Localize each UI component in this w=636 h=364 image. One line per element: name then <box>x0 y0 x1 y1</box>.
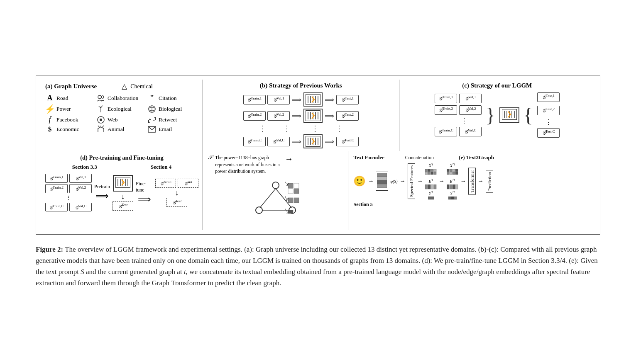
svg-rect-47 <box>288 189 293 194</box>
svg-rect-58 <box>377 173 387 177</box>
svg-rect-51 <box>288 198 293 203</box>
d-tilde-row: 𝒢̃Train 𝒢̃Val <box>155 179 198 188</box>
single-model-block <box>499 107 519 123</box>
model-b-c <box>303 134 323 148</box>
domain-citation: " Citation <box>147 93 198 103</box>
caption-text-2: and the current generated graph at <box>84 268 184 276</box>
svg-text:E: E <box>286 197 289 202</box>
d-row-c: 𝒢Train,C 𝒢Val,C <box>45 203 92 212</box>
bottom-panels: (d) Pre-training and Fine-tuning Section… <box>41 151 595 230</box>
citation-icon: " <box>147 93 157 103</box>
panel-d-title: (d) Pre-training and Fine-tuning <box>45 154 198 161</box>
retweet-label: Retweet <box>159 116 177 123</box>
d-g-val-2: 𝒢Val,2 <box>69 184 92 193</box>
svg-point-0 <box>98 95 101 99</box>
gc-val-1: 𝒢Val,1 <box>459 94 482 103</box>
web-label: Web <box>108 116 117 123</box>
e-pipeline: 🙂 → φ(S) → <box>353 163 590 200</box>
e-arr-2: → <box>400 178 406 184</box>
panel-b-row-1: 𝒢Train,1 𝒢Val,1 ⟹ <box>243 92 359 107</box>
page-container: (a) Graph Universe △ Chemical A Road <box>19 63 617 301</box>
d-g-stack-left: 𝒢Train,1 𝒢Val,1 𝒢Train,2 𝒢Val,2 ⋮ 𝒢Train… <box>45 174 92 211</box>
power-section: 𝒮 The power−1138−bus graph represents a … <box>208 154 343 174</box>
e-arr-4: → <box>439 178 445 184</box>
panel-b: (b) Strategy of Previous Works 𝒢Train,1 … <box>203 80 399 151</box>
d-right-section: 𝒢̃Train 𝒢̃Val ↓ 𝒢̃Test <box>155 179 198 206</box>
panel-d: (d) Pre-training and Fine-tuning Section… <box>41 151 203 230</box>
domain-grid: A Road Collaboration " Citation <box>45 93 198 133</box>
svg-rect-73 <box>434 184 436 189</box>
svg-rect-60 <box>377 180 387 184</box>
panel-c-rows: 𝒢Train,1 𝒢Val,1 𝒢Train,2 𝒢Val,2 ⋮ 𝒢Train… <box>435 94 482 136</box>
d-g-train-1: 𝒢Train,1 <box>45 174 68 183</box>
e-arr-6: → <box>478 178 484 184</box>
svg-rect-72 <box>431 184 433 189</box>
svg-rect-83 <box>447 184 449 189</box>
domain-email: Email <box>147 125 198 133</box>
d-g-tilde-val: 𝒢̃Val <box>178 179 198 188</box>
b-pair-c: 𝒢Train,C 𝒢Val,C <box>243 137 290 146</box>
svg-rect-68 <box>431 172 433 175</box>
arrow-cb: ⟹ <box>325 138 334 146</box>
svg-text:X: X <box>286 182 289 187</box>
svg-rect-84 <box>450 184 452 189</box>
domain-power: ⚡ Power <box>45 104 96 114</box>
c-dots: ⋮ <box>435 117 482 125</box>
svg-point-1 <box>101 96 104 98</box>
arrow-c: ⟹ <box>292 138 301 146</box>
e-title: (e) Text2Graph <box>459 154 494 161</box>
svg-line-42 <box>260 189 276 208</box>
svg-rect-85 <box>453 184 455 189</box>
panel-b-row-c: 𝒢Train,C 𝒢Val,C ⟹ <box>243 134 359 148</box>
g-test-1: 𝒢Test,1 <box>336 95 359 104</box>
c-row-1: 𝒢Train,1 𝒢Val,1 <box>435 94 482 103</box>
panel-e-container: 𝒮 The power−1138−bus graph represents a … <box>203 151 595 230</box>
panel-c-content: 𝒢Train,1 𝒢Val,1 𝒢Train,2 𝒢Val,2 ⋮ 𝒢Train… <box>435 92 560 138</box>
e-arr-1: → <box>368 178 374 184</box>
bio-icon <box>147 105 157 113</box>
d-finetune: Fine-tune ⟹ <box>136 181 153 205</box>
citation-label: Citation <box>159 95 177 102</box>
domain-animal: Animal <box>96 125 147 133</box>
eco-label: Ecological <box>108 106 132 112</box>
gc-val-c: 𝒢Val,C <box>459 127 482 136</box>
gc-test-2: 𝒢Test,2 <box>537 106 560 115</box>
power-icon: ⚡ <box>45 104 54 114</box>
panel-e-right: Text Encoder Concatenation (e) Text2Grap… <box>348 151 595 230</box>
svg-point-6 <box>100 119 102 121</box>
emoji-icon: 🙂 <box>353 175 366 187</box>
svg-rect-62 <box>425 169 428 172</box>
retweet-icon <box>147 116 157 124</box>
phi-s: φ(S) <box>390 179 397 184</box>
power-arrow: → <box>285 154 293 164</box>
pretrain-label: Pretrain <box>94 184 110 190</box>
svg-text:t: t <box>285 181 286 184</box>
right-brace-2: { <box>523 105 533 125</box>
chem-label: Chemical <box>130 83 153 90</box>
xpp-col: X′t E′t <box>425 163 437 200</box>
svg-rect-63 <box>428 169 431 172</box>
domain-web: Web <box>96 115 147 124</box>
d-g-val-c: 𝒢Val,C <box>69 203 92 212</box>
eco-icon <box>96 105 105 113</box>
svg-rect-61 <box>377 184 387 188</box>
gc-test-1: 𝒢Test,1 <box>537 92 560 102</box>
d-g-train-2: 𝒢Train,2 <box>45 184 68 193</box>
domain-bio: Biological <box>147 104 198 114</box>
econ-label: Economic <box>56 126 79 133</box>
d-dots: ⋮ <box>45 194 92 201</box>
arrow-1b: ⟹ <box>325 96 334 104</box>
svg-rect-78 <box>455 169 458 172</box>
gc-train-1: 𝒢Train,1 <box>435 94 457 103</box>
svg-rect-88 <box>451 197 454 199</box>
section-4: Section 4 <box>151 164 171 170</box>
d-pretrain: Pretrain ⟹ <box>94 184 110 201</box>
d-g-tilde-test-2: 𝒢̃Test <box>166 198 187 207</box>
top-panels: (a) Graph Universe △ Chemical A Road <box>41 80 595 151</box>
svg-rect-71 <box>428 184 431 189</box>
road-icon: A <box>45 94 54 102</box>
pretrain-arrow: ⟹ <box>95 191 109 201</box>
svg-rect-81 <box>453 172 455 175</box>
g-train-1: 𝒢Train,1 <box>243 95 266 104</box>
panel-a-title: (a) Graph Universe △ Chemical <box>45 82 198 91</box>
